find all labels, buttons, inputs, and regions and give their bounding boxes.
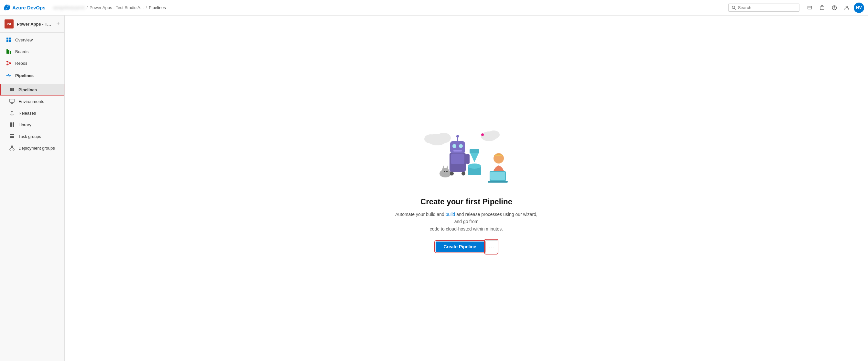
breadcrumb-project[interactable]: Power Apps - Test Studio A... xyxy=(90,5,144,10)
svg-rect-9 xyxy=(9,37,11,39)
help-icon[interactable] xyxy=(829,3,840,13)
sidebar-item-task-groups[interactable]: Task groups xyxy=(0,131,64,142)
sidebar-item-releases[interactable]: Releases xyxy=(0,107,64,119)
svg-rect-33 xyxy=(10,137,14,138)
svg-rect-10 xyxy=(6,40,8,42)
svg-rect-50 xyxy=(454,150,462,151)
more-options-button[interactable]: ⋯ xyxy=(486,240,497,253)
create-pipeline-description: Automate your build and build and releas… xyxy=(392,211,541,232)
svg-rect-70 xyxy=(488,181,508,183)
add-project-button[interactable]: + xyxy=(56,21,60,28)
sidebar-item-pipelines[interactable]: Pipelines xyxy=(0,84,64,95)
svg-rect-23 xyxy=(13,88,14,91)
pipelines-sub-icon xyxy=(9,86,15,93)
search-icon xyxy=(732,5,736,10)
sidebar-item-repos[interactable]: Repos xyxy=(0,57,64,69)
environments-label: Environments xyxy=(19,99,44,104)
library-label: Library xyxy=(19,122,31,127)
svg-point-48 xyxy=(453,144,456,148)
svg-rect-53 xyxy=(466,154,470,164)
svg-line-38 xyxy=(12,147,13,149)
svg-point-43 xyxy=(488,131,500,139)
breadcrumb: aenguihearyarnit / Power Apps - Test Stu… xyxy=(53,5,726,10)
shopping-bag-icon[interactable] xyxy=(817,3,827,13)
svg-point-60 xyxy=(441,168,449,174)
nav-section-main: Overview Boards Repos Pipe xyxy=(0,33,64,83)
svg-point-44 xyxy=(481,133,484,136)
sidebar-item-overview[interactable]: Overview xyxy=(0,34,64,46)
svg-point-66 xyxy=(462,172,465,175)
sidebar-item-deployment-groups[interactable]: Deployment groups xyxy=(0,142,64,154)
pipelines-header-label: Pipelines xyxy=(15,73,34,78)
svg-point-58 xyxy=(468,164,481,169)
svg-rect-14 xyxy=(10,51,11,54)
svg-rect-4 xyxy=(820,7,824,10)
create-pipeline-button[interactable]: Create Pipeline xyxy=(436,242,484,252)
svg-rect-30 xyxy=(12,122,14,127)
project-header: PA Power Apps - Test Stud... + xyxy=(0,16,64,33)
svg-point-49 xyxy=(459,144,463,148)
search-box[interactable] xyxy=(728,4,800,12)
svg-point-0 xyxy=(732,6,735,8)
project-name[interactable]: Power Apps - Test Stud... xyxy=(17,22,53,27)
project-avatar: PA xyxy=(4,20,13,28)
svg-line-37 xyxy=(10,147,12,149)
create-pipeline-actions: Create Pipeline ⋯ xyxy=(436,240,497,253)
create-pipeline-title: Create your first Pipeline xyxy=(421,197,512,206)
breadcrumb-current: Pipelines xyxy=(149,5,166,10)
repos-icon xyxy=(5,60,12,66)
releases-icon xyxy=(9,110,15,116)
svg-point-64 xyxy=(446,171,447,172)
svg-point-15 xyxy=(6,61,8,62)
overview-icon xyxy=(5,36,12,43)
create-pipeline-card: Create your first Pipeline Automate your… xyxy=(385,110,547,266)
nav-section-pipelines: Pipelines Environments Releases xyxy=(0,83,64,155)
releases-label: Releases xyxy=(19,111,36,116)
sidebar: PA Power Apps - Test Stud... + Overview … xyxy=(0,16,65,361)
svg-rect-2 xyxy=(808,6,812,9)
boards-label: Boards xyxy=(15,49,28,54)
pipelines-header-icon xyxy=(5,72,12,79)
svg-point-35 xyxy=(10,149,11,150)
breadcrumb-org: aenguihearyarnit xyxy=(53,5,85,10)
pipelines-sub-label: Pipelines xyxy=(19,87,37,92)
topbar: Azure DevOps aenguihearyarnit / Power Ap… xyxy=(0,0,868,16)
task-groups-icon xyxy=(9,133,15,140)
svg-marker-61 xyxy=(442,165,444,169)
sidebar-item-environments[interactable]: Environments xyxy=(0,95,64,107)
azure-devops-logo[interactable]: Azure DevOps xyxy=(4,4,45,11)
overview-label: Overview xyxy=(15,37,33,43)
library-icon xyxy=(9,121,15,128)
svg-line-1 xyxy=(735,8,736,9)
boards-icon xyxy=(5,48,12,55)
svg-line-20 xyxy=(8,63,10,65)
svg-point-41 xyxy=(424,134,437,143)
svg-point-17 xyxy=(10,62,11,64)
deployment-groups-label: Deployment groups xyxy=(19,146,55,150)
svg-rect-8 xyxy=(6,37,8,39)
repos-label: Repos xyxy=(15,61,28,66)
svg-rect-47 xyxy=(450,141,465,154)
svg-point-16 xyxy=(6,64,8,65)
svg-rect-24 xyxy=(10,99,14,102)
user-settings-icon[interactable] xyxy=(841,3,852,13)
search-input[interactable] xyxy=(738,5,796,10)
sidebar-item-boards[interactable]: Boards xyxy=(0,46,64,57)
sidebar-item-library[interactable]: Library xyxy=(0,119,64,131)
svg-rect-32 xyxy=(10,136,14,137)
svg-marker-62 xyxy=(446,165,448,169)
build-link[interactable]: build xyxy=(446,212,455,217)
notifications-icon[interactable] xyxy=(805,3,815,13)
sidebar-item-pipelines-header[interactable]: Pipelines xyxy=(0,69,64,81)
layout: PA Power Apps - Test Stud... + Overview … xyxy=(0,16,868,361)
user-avatar[interactable]: NV xyxy=(854,3,864,13)
topbar-actions: NV xyxy=(805,3,864,13)
task-groups-label: Task groups xyxy=(19,134,41,139)
svg-line-19 xyxy=(8,61,10,63)
environments-icon xyxy=(9,98,15,105)
svg-rect-55 xyxy=(470,149,479,153)
svg-point-36 xyxy=(13,149,14,150)
main-content: Create your first Pipeline Automate your… xyxy=(65,16,868,361)
svg-point-65 xyxy=(450,172,454,175)
svg-rect-31 xyxy=(10,134,14,135)
